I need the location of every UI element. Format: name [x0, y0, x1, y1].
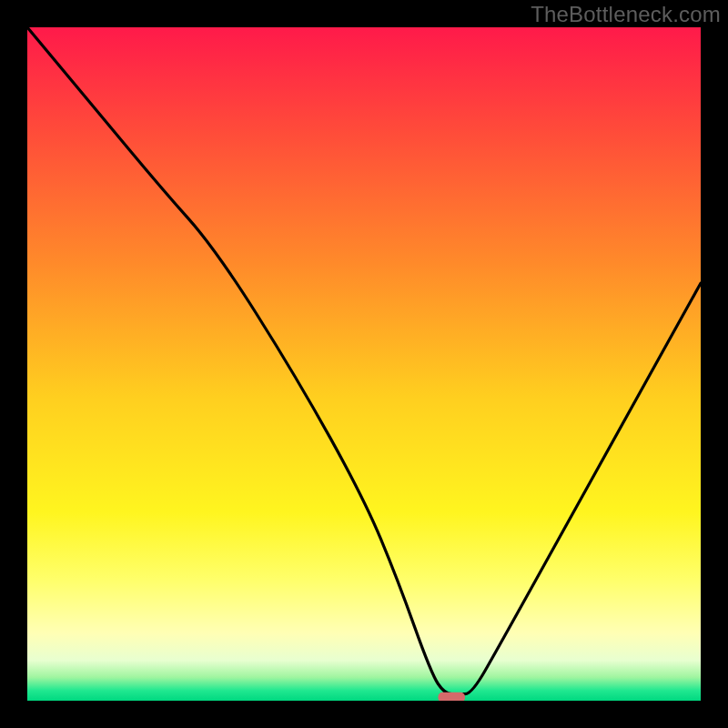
plot-area [27, 27, 701, 701]
chart-frame: TheBottleneck.com [0, 0, 728, 728]
watermark-text: TheBottleneck.com [531, 2, 721, 27]
optimal-marker [438, 693, 465, 701]
plot-svg [27, 27, 701, 701]
gradient-background [27, 27, 701, 701]
